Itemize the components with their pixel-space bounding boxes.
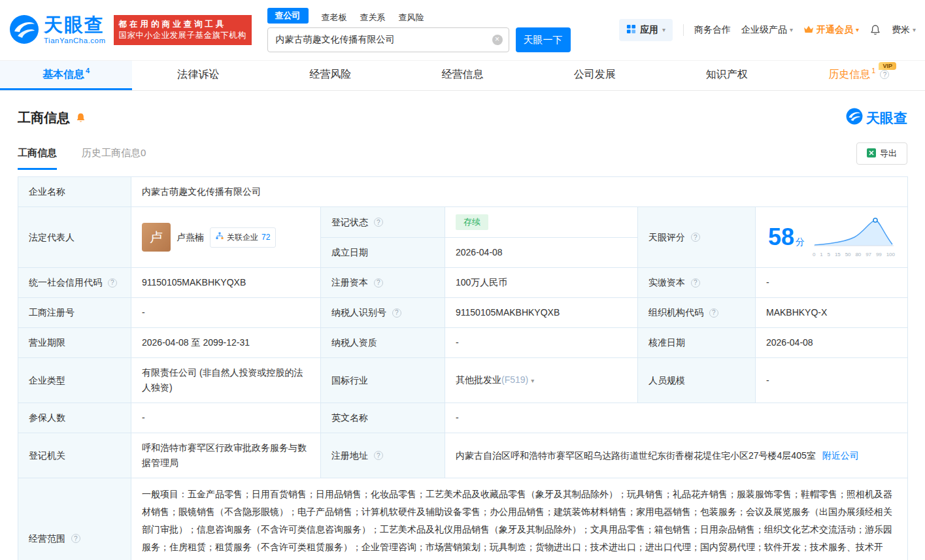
label-company-type: 企业类型 [18,358,131,403]
tab-count: 4 [86,67,90,74]
label-taxpayer-quality: 纳税人资质 [321,328,445,358]
label-company-name: 企业名称 [18,177,131,207]
help-icon[interactable]: ? [374,218,383,227]
label-establish-date: 成立日期 [321,238,445,268]
search-tab-relation[interactable]: 查关系 [360,12,386,24]
subtab-business-registration[interactable]: 工商信息 [18,147,57,170]
label-text: 注册地址 [331,450,368,461]
nav-enterprise-products[interactable]: 企业级产品 ▾ [741,24,793,36]
label-text: 纳税人资质 [331,337,377,348]
apps-grid-icon [626,24,636,36]
apps-label: 应用 [640,24,658,36]
subtab-history-registration[interactable]: 历史工商信息0 [82,147,146,170]
value-company-type: 有限责任公司 (非自然人投资或控股的法人独资) [131,358,321,403]
table-row: 统一社会信用代码 ? 91150105MAKBHKYQXB 注册资本 ? 100… [18,268,908,298]
label-text: 登记状态 [331,217,368,227]
help-icon[interactable]: ? [374,451,383,460]
nearby-companies-link[interactable]: 附近公司 [822,450,859,461]
value-insured-count: - [131,403,321,433]
tianyancha-logo[interactable]: 天眼查 TianYanCha.com [9,14,106,46]
search-tab-risk[interactable]: 查风险 [399,12,424,24]
value-business-term: 2026-04-08 至 2099-12-31 [131,328,321,358]
label-text: 法定代表人 [29,232,75,242]
table-row: 企业类型 有限责任公司 (非自然人投资或控股的法人独资) 国标行业 其他批发业(… [18,358,908,403]
label-text: 工商注册号 [29,307,75,318]
label-text: 纳税人识别号 [331,307,386,318]
label-text: 组织机构代码 [648,307,703,318]
label-paid-capital: 实缴资本 ? [638,268,756,298]
vip-label: 开通会员 [816,24,853,36]
export-button[interactable]: 导出 [856,142,907,165]
establish-date: 2026-04-08 [456,247,503,257]
legal-rep-name[interactable]: 卢燕楠 [177,230,204,245]
help-icon[interactable]: ? [374,278,383,288]
nav-open-vip[interactable]: 开通会员 ▾ [803,24,859,36]
user-menu[interactable]: 费米 ▾ [892,24,916,36]
help-icon[interactable]: ? [709,308,718,318]
label-text: 企业名称 [29,186,65,197]
label-text: 英文名称 [331,412,368,423]
search-button[interactable]: 天眼一下 [516,27,571,52]
tab-legal-proceedings[interactable]: 法律诉讼 [132,61,264,90]
tab-label: 法律诉讼 [177,68,219,82]
company-name: 内蒙古萌趣文化传播有限公司 [142,186,261,197]
value-reg-capital: 100万人民币 [445,268,638,298]
label-insured-count: 参保人数 [18,403,131,433]
search-input[interactable] [267,27,509,52]
value-taxpayer-quality: - [445,328,638,358]
label-text: 经营范围 [29,533,65,544]
tab-business-info[interactable]: 经营信息 [396,61,528,90]
tab-company-development[interactable]: 公司发展 [529,61,661,90]
value-staff-size: - [756,358,908,403]
chevron-down-icon[interactable]: ▾ [531,377,534,384]
label-org-code: 组织机构代码 ? [638,298,756,328]
tianyancha-watermark: 天眼查 [846,108,907,128]
label-text: 人员规模 [648,375,685,386]
label-reg-number: 工商注册号 [18,298,131,328]
apps-menu[interactable]: 应用 ▾ [619,19,673,41]
help-icon[interactable]: ? [691,233,700,242]
notifications-bell-icon[interactable] [869,24,881,36]
table-row: 营业期限 2026-04-08 至 2099-12-31 纳税人资质 - 核准日… [18,328,908,358]
label-text: 登记机关 [29,450,65,461]
label-text: 实缴资本 [648,277,685,288]
tab-operational-risk[interactable]: 经营风险 [264,61,396,90]
table-row: 法定代表人 卢 卢燕楠 [18,207,908,238]
help-icon[interactable]: ? [392,308,401,318]
search-tab-company[interactable]: 查公司 [267,8,309,24]
label-tianyan-score: 天眼评分 ? [638,207,756,268]
help-icon[interactable]: ? [880,70,889,79]
search-tab-boss[interactable]: 查老板 [322,12,347,24]
tab-label: 公司发展 [574,68,616,82]
label-reg-capital: 注册资本 ? [321,268,445,298]
crown-icon [803,25,814,36]
label-business-scope: 经营范围 ? [18,478,131,560]
tab-history-info[interactable]: VIP 历史信息 1 ? [793,61,925,90]
search-tabs: 查公司 查老板 查关系 查风险 [267,8,571,24]
avatar[interactable]: 卢 [142,223,171,252]
tab-intellectual-property[interactable]: 知识产权 [661,61,793,90]
business-scope-text: 一般项目：五金产品零售；日用百货销售；日用品销售；化妆品零售；工艺美术品及收藏品… [142,489,892,560]
slogan-line-2: 国家中小企业发展子基金旗下机构 [119,30,246,41]
clear-icon[interactable]: × [492,35,503,45]
status-badge: 存续 [456,214,488,230]
value-approval-date: 2026-04-08 [756,328,908,358]
tab-basic-info[interactable]: 基本信息 4 [0,61,132,90]
logo-domain: TianYanCha.com [44,37,106,44]
monitor-bell-icon[interactable] [75,112,86,124]
value-industry[interactable]: 其他批发业(F519)▾ [445,358,638,403]
table-row: 工商注册号 - 纳税人识别号 ? 91150105MAKBHKYQXB 组织机构… [18,298,908,328]
help-icon[interactable]: ? [71,534,80,543]
value-org-code: MAKBHKYQ-X [756,298,908,328]
score-distribution-chart: 0151550809799100 [813,217,895,258]
tab-label: 基本信息 [42,68,84,82]
reg-address: 内蒙古自治区呼和浩特市赛罕区昭乌达路街道世纪东街香榭花堤住宅小区27号楼4层40… [456,450,816,461]
label-taxpayer-id: 纳税人识别号 ? [321,298,445,328]
help-icon[interactable]: ? [691,278,700,288]
help-icon[interactable]: ? [108,278,117,288]
network-icon [216,230,224,245]
nav-business-cooperation[interactable]: 商务合作 [694,24,731,36]
related-companies-chip[interactable]: 关联企业 72 [210,227,276,248]
logo-title: 天眼查 [44,16,106,35]
label-reg-status: 登记状态 ? [321,207,445,238]
